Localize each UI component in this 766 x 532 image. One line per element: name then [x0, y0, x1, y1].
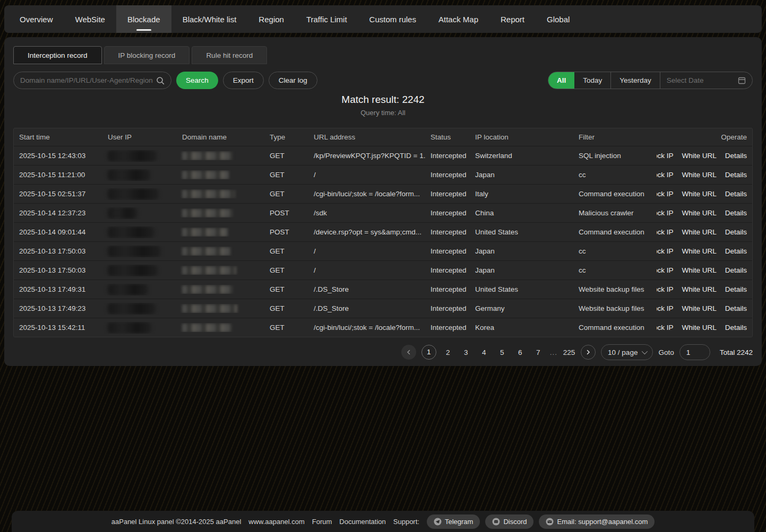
subtab-rule-hit-record[interactable]: Rule hit record: [192, 46, 267, 64]
page-number-1[interactable]: 1: [421, 345, 436, 360]
time-filter-today[interactable]: Today: [574, 72, 611, 89]
redacted-domain-name: [182, 171, 229, 179]
details-link[interactable]: Details: [725, 190, 747, 198]
support-button-email[interactable]: Email: support@aapanel.com: [539, 514, 655, 529]
page-number-3[interactable]: 3: [460, 348, 472, 356]
url-cell: /device.rsp?opt = sys&amp;cmd...: [308, 228, 425, 236]
white-url-link[interactable]: White URL: [682, 285, 716, 293]
subtab-label: Rule hit record: [206, 51, 253, 59]
filter-cell: cc: [573, 266, 657, 274]
block-ip-link[interactable]: Block IP: [657, 190, 673, 198]
operate-cell: Block IP White URL Details: [657, 152, 752, 160]
details-link[interactable]: Details: [725, 304, 747, 312]
url-cell: /kp/PreviewKPQT.jsp?KPQTID = 1...: [308, 152, 425, 160]
details-link[interactable]: Details: [725, 266, 747, 274]
redacted-domain-name: [182, 324, 232, 332]
table-body: 2025-10-15 12:43:03 GET /kp/PreviewKPQT.…: [14, 146, 752, 337]
nav-tab-website[interactable]: WebSite: [64, 5, 116, 33]
support-button-label: Email: support@aapanel.com: [557, 518, 648, 526]
block-ip-link[interactable]: Block IP: [657, 285, 673, 293]
page-number-5[interactable]: 5: [496, 348, 509, 356]
page-number-7[interactable]: 7: [532, 348, 545, 356]
redacted-domain-name: [182, 285, 233, 294]
block-ip-link[interactable]: Block IP: [657, 304, 673, 312]
col-user-ip: User IP: [102, 133, 177, 141]
website-link[interactable]: www.aapanel.com: [248, 518, 305, 526]
forum-link[interactable]: Forum: [312, 518, 332, 526]
white-url-link[interactable]: White URL: [682, 152, 716, 160]
details-link[interactable]: Details: [725, 209, 747, 217]
nav-tab-overview[interactable]: Overview: [8, 5, 64, 33]
search-input[interactable]: [20, 76, 156, 84]
subtab-interception-record[interactable]: Interception record: [13, 46, 102, 64]
page-number-225[interactable]: 225: [563, 348, 575, 356]
block-ip-link[interactable]: Block IP: [657, 152, 673, 160]
filter-cell: Malicious crawler: [573, 209, 657, 217]
goto-page-input[interactable]: [679, 344, 710, 360]
block-ip-link[interactable]: Block IP: [657, 171, 673, 179]
status-cell: Intercepted: [425, 247, 470, 255]
toolbar: Search Export Clear log All Today Yester…: [13, 72, 753, 89]
nav-tab-traffic-limit[interactable]: Traffic Limit: [295, 5, 358, 33]
top-nav: Overview WebSite Blockade Black/White li…: [4, 5, 762, 33]
white-url-link[interactable]: White URL: [682, 171, 716, 179]
subtab-ip-blocking-record[interactable]: IP blocking record: [104, 46, 190, 64]
date-picker[interactable]: Select Date: [660, 72, 752, 89]
nav-tab-black-white-list[interactable]: Black/White list: [171, 5, 248, 33]
white-url-link[interactable]: White URL: [682, 266, 716, 274]
page-size-select[interactable]: 10 / page: [601, 344, 653, 360]
support-button-discord[interactable]: Discord: [485, 514, 533, 529]
details-link[interactable]: Details: [725, 228, 747, 236]
ip-location-cell: Switzerland: [470, 152, 573, 160]
nav-tab-label: Traffic Limit: [306, 15, 347, 24]
block-ip-link[interactable]: Block IP: [657, 209, 673, 217]
nav-tab-region[interactable]: Region: [247, 5, 295, 33]
details-link[interactable]: Details: [725, 171, 747, 179]
white-url-link[interactable]: White URL: [682, 324, 716, 332]
nav-tab-label: Custom rules: [369, 15, 416, 24]
white-url-link[interactable]: White URL: [682, 247, 716, 255]
nav-tab-attack-map[interactable]: Attack Map: [427, 5, 489, 33]
support-button-telegram[interactable]: Telegram: [427, 514, 480, 529]
documentation-link[interactable]: Documentation: [339, 518, 385, 526]
filter-cell: cc: [573, 171, 657, 179]
block-ip-link[interactable]: Block IP: [657, 266, 673, 274]
export-button[interactable]: Export: [223, 72, 264, 89]
url-cell: /.DS_Store: [308, 304, 425, 312]
search-button[interactable]: Search: [176, 72, 218, 89]
ip-location-cell: Italy: [470, 190, 573, 198]
white-url-link[interactable]: White URL: [682, 209, 716, 217]
domain-name-cell: [177, 266, 264, 274]
white-url-link[interactable]: White URL: [682, 228, 716, 236]
details-link[interactable]: Details: [725, 285, 747, 293]
white-url-link[interactable]: White URL: [682, 190, 716, 198]
type-cell: GET: [264, 247, 308, 255]
chevron-down-icon: [642, 348, 648, 354]
redacted-user-ip: [108, 303, 156, 315]
nav-tab-blockade[interactable]: Blockade: [116, 5, 171, 33]
next-page-button[interactable]: [581, 345, 596, 360]
type-cell: GET: [264, 152, 308, 160]
col-type: Type: [264, 133, 308, 141]
page-number-6[interactable]: 6: [514, 348, 527, 356]
details-link[interactable]: Details: [725, 247, 747, 255]
time-filter-yesterday[interactable]: Yesterday: [611, 72, 660, 89]
page-number-2[interactable]: 2: [442, 348, 454, 356]
details-link[interactable]: Details: [725, 324, 747, 332]
search-box[interactable]: [13, 72, 171, 89]
filter-cell: Command execution: [573, 228, 657, 236]
clear-log-button[interactable]: Clear log: [269, 72, 317, 89]
nav-tab-custom-rules[interactable]: Custom rules: [358, 5, 427, 33]
time-filter-all[interactable]: All: [548, 72, 574, 89]
block-ip-link[interactable]: Block IP: [657, 228, 673, 236]
nav-tab-global[interactable]: Global: [536, 5, 581, 33]
chevron-left-icon: [406, 350, 411, 355]
prev-page-button[interactable]: [401, 345, 416, 360]
nav-tab-report[interactable]: Report: [489, 5, 536, 33]
block-ip-link[interactable]: Block IP: [657, 247, 673, 255]
white-url-link[interactable]: White URL: [682, 304, 716, 312]
table-row: 2025-10-14 09:01:44 POST /device.rsp?opt…: [14, 222, 752, 241]
block-ip-link[interactable]: Block IP: [657, 324, 673, 332]
page-number-4[interactable]: 4: [478, 348, 490, 356]
details-link[interactable]: Details: [725, 152, 747, 160]
